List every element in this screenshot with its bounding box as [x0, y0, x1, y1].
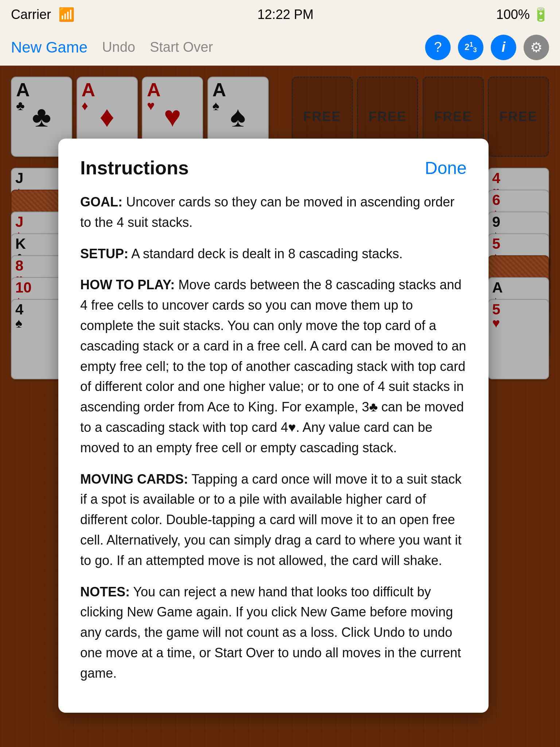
moving-section: MOVING CARDS: Tapping a card once will m… [80, 469, 467, 571]
moving-label: MOVING CARDS: [80, 472, 188, 487]
setup-text: A standard deck is dealt in 8 cascading … [128, 246, 402, 261]
game-board: A ♣ ♣ A ♦ ♦ A ♥ ♥ A ♠ ♠ FREE FREE FREE [0, 66, 560, 747]
new-game-button[interactable]: New Game [11, 39, 88, 56]
score-icon[interactable]: 213 [458, 35, 483, 60]
status-right: 100% 🔋 [496, 7, 549, 22]
goal-text: Uncover cards so they can be moved in as… [80, 194, 454, 230]
help-icon[interactable]: ? [425, 35, 451, 60]
wifi-icon: 📶 [58, 7, 75, 22]
done-button[interactable]: Done [425, 158, 467, 178]
notes-label: NOTES: [80, 584, 130, 599]
settings-icon[interactable]: ⚙ [524, 35, 549, 60]
nav-bar: New Game Undo Start Over ? 213 i ⚙ [0, 29, 560, 66]
status-left: Carrier 📶 [11, 7, 75, 22]
start-over-button[interactable]: Start Over [150, 39, 213, 55]
goal-section: GOAL: Uncover cards so they can be moved… [80, 192, 467, 233]
modal-title: Instructions [80, 157, 189, 179]
setup-label: SETUP: [80, 246, 128, 261]
battery-icon: 🔋 [533, 7, 549, 22]
howtoplay-text: Move cards between the 8 cascading stack… [80, 277, 466, 455]
notes-text: You can reject a new hand that looks too… [80, 584, 461, 681]
nav-left: New Game Undo Start Over [11, 39, 213, 56]
status-bar: Carrier 📶 12:22 PM 100% 🔋 [0, 0, 560, 29]
howtoplay-section: HOW TO PLAY: Move cards between the 8 ca… [80, 275, 467, 458]
info-icon[interactable]: i [491, 35, 516, 60]
carrier-label: Carrier [11, 7, 51, 22]
goal-label: GOAL: [80, 194, 122, 209]
modal-header: Instructions Done [80, 157, 467, 179]
setup-section: SETUP: A standard deck is dealt in 8 cas… [80, 244, 467, 264]
battery-label: 100% [496, 7, 530, 22]
howtoplay-label: HOW TO PLAY: [80, 277, 175, 292]
instructions-modal: Instructions Done GOAL: Uncover cards so… [58, 139, 489, 713]
nav-right: ? 213 i ⚙ [425, 35, 549, 60]
status-time: 12:22 PM [257, 7, 314, 22]
undo-button[interactable]: Undo [102, 39, 135, 55]
notes-section: NOTES: You can reject a new hand that lo… [80, 582, 467, 684]
